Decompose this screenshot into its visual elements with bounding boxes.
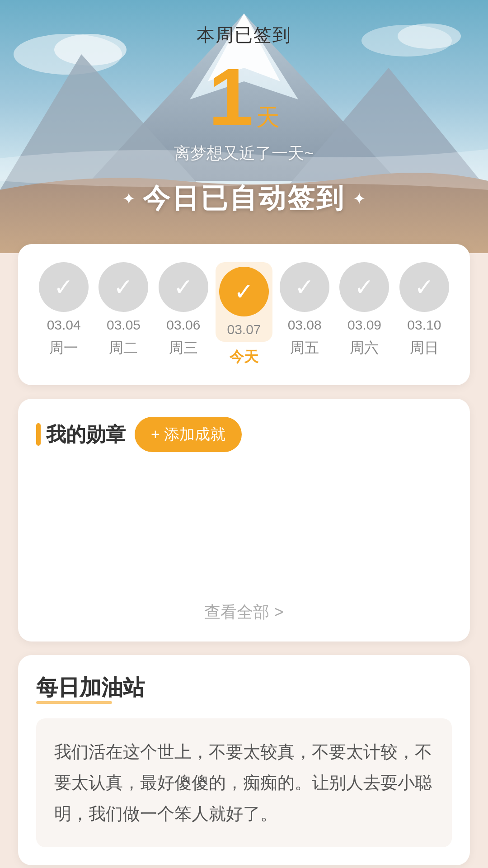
day-label-mon: 周一 xyxy=(49,338,78,358)
day-circle-today: ✓ xyxy=(219,267,269,316)
day-item-sat: ✓ 03.09 周六 xyxy=(337,262,392,367)
calendar-card: ✓ 03.04 周一 ✓ 03.05 周二 ✓ 03.06 周三 xyxy=(18,244,470,385)
badge-empty-area xyxy=(36,466,452,592)
view-all-link[interactable]: 查看全部 > xyxy=(36,601,452,623)
today-wrapper: ✓ 03.07 xyxy=(216,262,272,342)
day-circle-mon: ✓ xyxy=(39,262,89,312)
add-achievement-button[interactable]: + 添加成就 xyxy=(135,417,242,452)
badges-title: 我的勋章 xyxy=(36,421,126,448)
title-accent-icon xyxy=(36,423,41,446)
day-item-sun: ✓ 03.10 周日 xyxy=(397,262,452,367)
auto-checkin-text: 今日已自动签到 xyxy=(143,180,345,217)
day-date-today: 03.07 xyxy=(227,322,261,337)
day-date-fri: 03.08 xyxy=(288,317,322,333)
checkmark-sun-icon: ✓ xyxy=(414,274,434,301)
main-content: ✓ 03.04 周一 ✓ 03.05 周二 ✓ 03.06 周三 xyxy=(0,244,488,868)
day-date-sun: 03.10 xyxy=(407,317,441,333)
motivational-text: 离梦想又近了一天~ xyxy=(0,142,488,165)
days-number: 1 xyxy=(208,57,253,138)
day-item-fri: ✓ 03.08 周五 xyxy=(277,262,332,367)
badges-header: 我的勋章 + 添加成就 xyxy=(36,417,452,452)
day-date-wed: 03.06 xyxy=(166,317,200,333)
week-signed-label: 本周已签到 xyxy=(0,23,488,47)
day-label-wed: 周三 xyxy=(169,338,198,358)
checkmark-tue-icon: ✓ xyxy=(113,274,133,301)
daily-section: 每日加油站 我们活在这个世上，不要太较真，不要太计较，不要太认真，最好傻傻的，痴… xyxy=(18,655,470,865)
day-label-sat: 周六 xyxy=(350,338,379,358)
sparkle-right-icon: ✦ xyxy=(352,189,366,208)
checkmark-sat-icon: ✓ xyxy=(354,274,374,301)
days-counter: 1 天 xyxy=(0,57,488,138)
day-item-wed: ✓ 03.06 周三 xyxy=(156,262,211,367)
checkmark-mon-icon: ✓ xyxy=(54,274,74,301)
daily-quote-text: 我们活在这个世上，不要太较真，不要太计较，不要太认真，最好傻傻的，痴痴的。让别人… xyxy=(54,736,434,829)
badges-title-text: 我的勋章 xyxy=(46,421,126,448)
sparkle-left-icon: ✦ xyxy=(122,189,136,208)
day-circle-tue: ✓ xyxy=(99,262,148,312)
day-label-sun: 周日 xyxy=(410,338,439,358)
day-label-fri: 周五 xyxy=(290,338,319,358)
hero-section: 本周已签到 1 天 离梦想又近了一天~ ✦ 今日已自动签到 ✦ xyxy=(0,0,488,253)
calendar-grid: ✓ 03.04 周一 ✓ 03.05 周二 ✓ 03.06 周三 xyxy=(36,262,452,367)
checkmark-fri-icon: ✓ xyxy=(295,274,314,301)
day-date-tue: 03.05 xyxy=(107,317,141,333)
day-item-today: ✓ 03.07 今天 xyxy=(216,262,272,367)
daily-title: 每日加油站 xyxy=(36,673,145,702)
day-item-mon: ✓ 03.04 周一 xyxy=(36,262,91,367)
day-circle-sat: ✓ xyxy=(339,262,389,312)
day-date-sat: 03.09 xyxy=(347,317,381,333)
day-circle-fri: ✓ xyxy=(280,262,329,312)
day-label-today: 今天 xyxy=(230,347,258,367)
day-circle-wed: ✓ xyxy=(159,262,208,312)
badges-card: 我的勋章 + 添加成就 查看全部 > xyxy=(18,399,470,642)
day-date-mon: 03.04 xyxy=(47,317,81,333)
daily-quote-box: 我们活在这个世上，不要太较真，不要太计较，不要太认真，最好傻傻的，痴痴的。让别人… xyxy=(36,718,452,847)
day-circle-sun: ✓ xyxy=(399,262,449,312)
days-unit: 天 xyxy=(256,102,280,133)
checkmark-today-icon: ✓ xyxy=(234,278,254,305)
auto-checkin-banner: ✦ 今日已自动签到 ✦ xyxy=(122,180,366,217)
day-item-tue: ✓ 03.05 周二 xyxy=(96,262,151,367)
day-label-tue: 周二 xyxy=(109,338,138,358)
checkmark-wed-icon: ✓ xyxy=(174,274,193,301)
